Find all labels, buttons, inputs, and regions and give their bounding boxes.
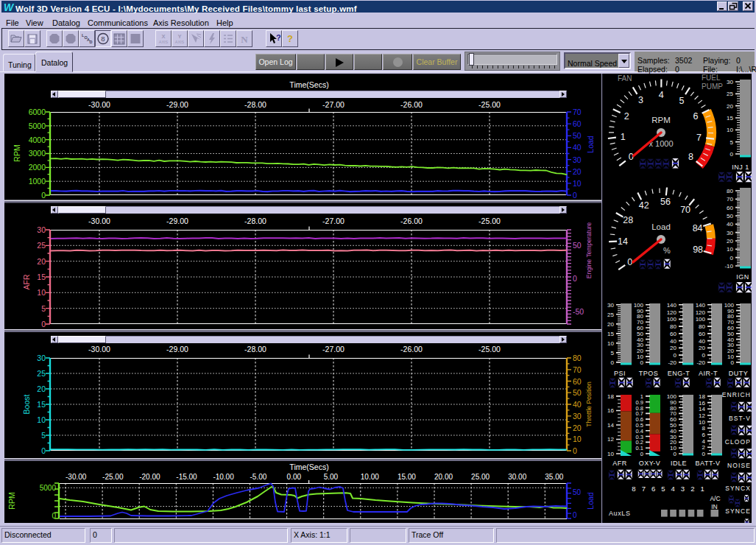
svg-text:A/C: A/C (710, 495, 720, 502)
svg-text:12: 12 (607, 436, 614, 443)
svg-text:20: 20 (727, 103, 733, 110)
svg-text:INJ 1: INJ 1 (732, 164, 749, 171)
svg-text:2: 2 (624, 111, 629, 122)
svg-text:0: 0 (730, 255, 734, 261)
svg-text:1000: 1000 (29, 177, 46, 186)
svg-text:0: 0 (573, 511, 577, 519)
svg-text:X: X (161, 33, 165, 40)
svg-text:DUTY: DUTY (729, 370, 749, 377)
svg-text:IN: IN (711, 503, 718, 510)
svg-text:70: 70 (680, 205, 690, 215)
svg-text:70: 70 (727, 196, 733, 203)
svg-text:60: 60 (573, 119, 582, 128)
svg-text:Time(Secs): Time(Secs) (289, 463, 328, 471)
svg-text:-28.00: -28.00 (244, 217, 266, 225)
svg-text:14: 14 (618, 236, 628, 247)
svg-text:18: 18 (699, 393, 705, 400)
svg-text:IGN: IGN (736, 273, 749, 281)
svg-text:AXIS: AXIS (175, 40, 185, 44)
svg-text:10: 10 (607, 340, 614, 347)
svg-text:42: 42 (639, 200, 649, 211)
svg-text:-5.00: -5.00 (250, 473, 267, 481)
svg-text:-30.00: -30.00 (66, 473, 87, 481)
svg-text:20: 20 (573, 167, 582, 176)
svg-text:5: 5 (679, 96, 684, 106)
svg-text:60: 60 (727, 205, 733, 211)
svg-text:15.00: 15.00 (398, 473, 416, 481)
svg-text:-27.00: -27.00 (322, 100, 345, 109)
svg-text:Engine Temperature: Engine Temperature (585, 222, 593, 279)
svg-text:-20: -20 (668, 359, 676, 366)
svg-text:40: 40 (573, 143, 582, 152)
svg-text:8: 8 (632, 485, 635, 493)
svg-text:0: 0 (611, 359, 615, 366)
svg-text:8: 8 (702, 425, 706, 432)
svg-text:-28.00: -28.00 (244, 345, 266, 354)
svg-text:20: 20 (607, 321, 614, 328)
svg-text:14: 14 (607, 422, 614, 429)
svg-text:10: 10 (37, 288, 46, 297)
svg-text:10.00: 10.00 (361, 473, 379, 481)
svg-text:40: 40 (573, 400, 582, 409)
svg-text:TPOS: TPOS (639, 370, 659, 377)
svg-text:8: 8 (688, 152, 693, 162)
svg-text:ENG-T: ENG-T (668, 370, 690, 377)
svg-text:50: 50 (573, 488, 582, 496)
svg-text:1: 1 (621, 132, 626, 142)
svg-text:Load: Load (586, 492, 595, 510)
svg-text:0: 0 (41, 320, 46, 328)
svg-text:Load: Load (586, 136, 595, 153)
svg-text:15: 15 (37, 272, 46, 281)
svg-text:140: 140 (696, 302, 706, 309)
svg-text:0: 0 (573, 446, 577, 455)
svg-text:60: 60 (573, 377, 582, 386)
svg-text:5: 5 (661, 485, 665, 493)
svg-text:-15.00: -15.00 (176, 473, 197, 481)
svg-text:4: 4 (702, 438, 706, 445)
svg-text:Load: Load (651, 222, 671, 231)
svg-text:0: 0 (674, 451, 677, 457)
svg-text:-25.00: -25.00 (478, 100, 501, 109)
svg-text:120: 120 (667, 309, 677, 316)
svg-text:Time(Secs): Time(Secs) (289, 80, 328, 89)
svg-text:0: 0 (674, 352, 677, 359)
svg-text:10: 10 (573, 435, 582, 443)
svg-text:-27.00: -27.00 (322, 217, 345, 225)
svg-text:IDLE: IDLE (671, 460, 687, 467)
svg-text:3: 3 (638, 95, 643, 105)
svg-text:100: 100 (667, 316, 677, 323)
svg-text:14: 14 (699, 406, 705, 412)
svg-text:40: 40 (699, 338, 705, 345)
svg-text:30.00: 30.00 (508, 473, 526, 481)
svg-text:30: 30 (573, 412, 582, 421)
svg-text:4000: 4000 (29, 136, 46, 144)
svg-text:120: 120 (696, 309, 706, 316)
svg-text:2: 2 (702, 444, 706, 451)
svg-text:SYNCX: SYNCX (725, 485, 751, 492)
svg-text:20: 20 (37, 257, 46, 266)
svg-text:-29.00: -29.00 (166, 217, 188, 225)
svg-text:-29.00: -29.00 (166, 100, 188, 109)
svg-text:80: 80 (727, 188, 733, 194)
svg-text:FAN: FAN (618, 74, 632, 82)
svg-text:20: 20 (573, 423, 582, 432)
svg-text:-20.00: -20.00 (139, 473, 160, 481)
svg-text:70: 70 (573, 108, 582, 116)
svg-text:50: 50 (727, 213, 733, 219)
svg-text:20: 20 (727, 238, 733, 245)
svg-text:12: 12 (699, 412, 705, 419)
svg-text:-30.00: -30.00 (88, 100, 110, 109)
svg-text:7: 7 (696, 133, 702, 143)
svg-text:10: 10 (727, 246, 733, 253)
svg-text:PSI: PSI (614, 370, 626, 377)
svg-text:10: 10 (727, 127, 733, 133)
svg-text:30: 30 (727, 79, 733, 85)
svg-text:98: 98 (693, 245, 703, 255)
svg-text:Throttle Position: Throttle Position (585, 382, 593, 427)
svg-text:30: 30 (37, 225, 46, 234)
svg-text:50: 50 (573, 241, 582, 250)
svg-text:0: 0 (702, 451, 706, 457)
svg-text:3: 3 (681, 485, 685, 493)
svg-text:AXIS: AXIS (159, 40, 169, 44)
svg-text:25: 25 (607, 312, 614, 318)
